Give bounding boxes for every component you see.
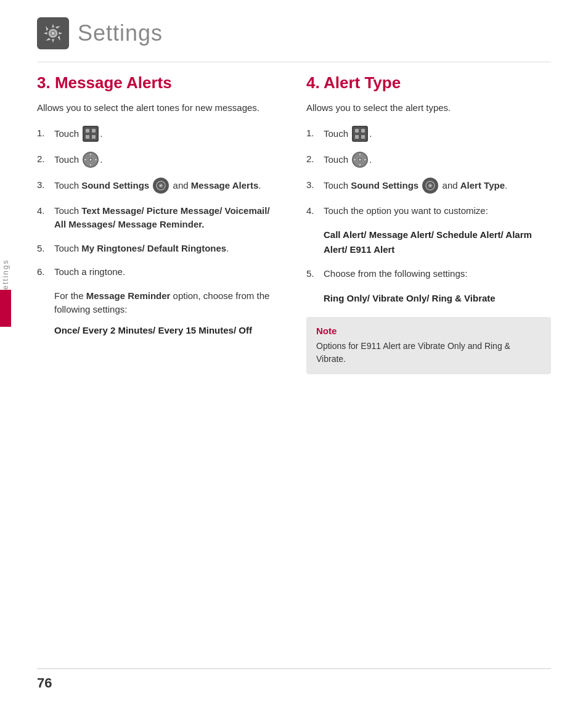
section4-step3: 3. Touch Sound Settings and Alert Type. [306, 178, 551, 194]
s4-step-num-5: 5. [306, 267, 324, 281]
section4-column: 4. Alert Type Allows you to select the a… [306, 73, 551, 374]
step4-content: Touch Text Message/ Picture Message/ Voi… [54, 204, 282, 232]
svg-rect-23 [361, 135, 365, 139]
svg-rect-28 [359, 164, 361, 166]
bottom-divider [37, 668, 551, 669]
step3-content: Touch Sound Settings and Message Alerts. [54, 178, 282, 194]
note-label: Note [316, 326, 541, 336]
s4-step3-bold1: Sound Settings [351, 179, 419, 190]
section3-step3: 3. Touch Sound Settings and Message Aler… [37, 178, 282, 194]
sidebar-accent-bar [0, 290, 11, 327]
svg-rect-5 [92, 129, 96, 133]
section4-step1: 1. Touch . [306, 126, 551, 142]
step-num-6: 6. [37, 265, 54, 279]
section3-desc: Allows you to select the alert tones for… [37, 101, 282, 115]
svg-rect-7 [92, 135, 96, 139]
sound-icon-3 [153, 178, 169, 194]
section4-options5: Ring Only/ Vibrate Only/ Ring & Vibrate [324, 291, 551, 306]
section4-step4: 4. Touch the option you want to customiz… [306, 204, 551, 218]
section3-step6: 6. Touch a ringtone. [37, 265, 282, 279]
s4-step1-content: Touch . [324, 126, 551, 142]
page-header: Settings [0, 0, 588, 62]
s4-step3-content: Touch Sound Settings and Alert Type. [324, 178, 551, 194]
s4-step3-bold2: Alert Type [460, 179, 505, 190]
gear-icon [41, 22, 65, 45]
settings-icon-wrap [37, 17, 69, 49]
svg-point-26 [359, 158, 361, 161]
svg-rect-30 [364, 159, 366, 160]
sidebar-label-wrap: Settings [0, 185, 11, 370]
page-number: 76 [37, 675, 52, 691]
step1-content: Touch . [54, 126, 282, 142]
s4-grid-icon-1 [352, 126, 368, 142]
step-num-1: 1. [37, 126, 54, 141]
svg-rect-6 [86, 135, 89, 139]
section3-subnote: For the Message Reminder option, choose … [54, 289, 282, 317]
step-num-2: 2. [37, 152, 54, 166]
svg-rect-29 [354, 159, 356, 160]
svg-rect-13 [84, 159, 86, 160]
section3-step4: 4. Touch Text Message/ Picture Message/ … [37, 204, 282, 232]
svg-rect-11 [90, 154, 91, 155]
s4-step-num-3: 3. [306, 178, 324, 192]
step2-content: Touch . [54, 152, 282, 168]
svg-rect-14 [95, 159, 97, 160]
step5-bold: My Ringtones/ Default Ringtones [81, 243, 226, 253]
section4-title: 4. Alert Type [306, 73, 551, 92]
step6-content: Touch a ringtone. [54, 265, 282, 279]
s4-sound-icon-3 [422, 178, 438, 194]
step4-bold: Text Message/ Picture Message/ Voicemail… [54, 205, 270, 230]
step5-content: Touch My Ringtones/ Default Ringtones. [54, 242, 282, 256]
svg-point-18 [160, 184, 162, 186]
svg-rect-22 [355, 135, 359, 139]
settings-icon-2 [83, 152, 99, 168]
step-num-4: 4. [37, 204, 54, 218]
svg-rect-20 [355, 129, 359, 133]
note-text: Options for E911 Alert are Vibrate Only … [316, 340, 541, 366]
section3-options: Once/ Every 2 Minutes/ Every 15 Minutes/… [54, 323, 282, 338]
svg-point-34 [430, 184, 431, 186]
section4-step5: 5. Choose from the following settings: [306, 267, 551, 281]
s4-step5-content: Choose from the following settings: [324, 267, 551, 281]
note-box: Note Options for E911 Alert are Vibrate … [306, 317, 551, 374]
content-area: 3. Message Alerts Allows you to select t… [0, 73, 588, 374]
step-num-3: 3. [37, 178, 54, 192]
step3-bold1: Sound Settings [81, 179, 149, 190]
s4-step4-content: Touch the option you want to customize: [324, 204, 551, 218]
svg-rect-21 [361, 129, 365, 133]
section4-options4: Call Alert/ Message Alert/ Schedule Aler… [324, 228, 551, 257]
step3-bold2: Message Alerts [191, 179, 259, 190]
svg-rect-4 [86, 129, 89, 133]
s4-step-num-4: 4. [306, 204, 324, 218]
s4-step-num-2: 2. [306, 152, 324, 166]
section3-step2: 2. Touch . [37, 152, 282, 168]
svg-point-2 [52, 32, 55, 35]
svg-rect-12 [90, 164, 91, 166]
svg-point-10 [89, 158, 92, 161]
section3-step5: 5. Touch My Ringtones/ Default Ringtones… [37, 242, 282, 256]
top-divider [37, 62, 551, 62]
page-title: Settings [78, 20, 163, 46]
s4-step-num-1: 1. [306, 126, 324, 141]
s4-settings-icon-2 [352, 152, 368, 168]
step-num-5: 5. [37, 242, 54, 256]
section4-desc: Allows you to select the alert types. [306, 101, 551, 115]
section3-column: 3. Message Alerts Allows you to select t… [37, 73, 282, 374]
section4-step2: 2. Touch . [306, 152, 551, 168]
sidebar: Settings [0, 0, 11, 706]
svg-rect-27 [359, 154, 361, 155]
section3-title: 3. Message Alerts [37, 73, 282, 92]
subnote-bold: Message Reminder [86, 290, 171, 301]
grid-icon-1 [83, 126, 99, 142]
s4-step2-content: Touch . [324, 152, 551, 168]
section3-step1: 1. Touch . [37, 126, 282, 142]
